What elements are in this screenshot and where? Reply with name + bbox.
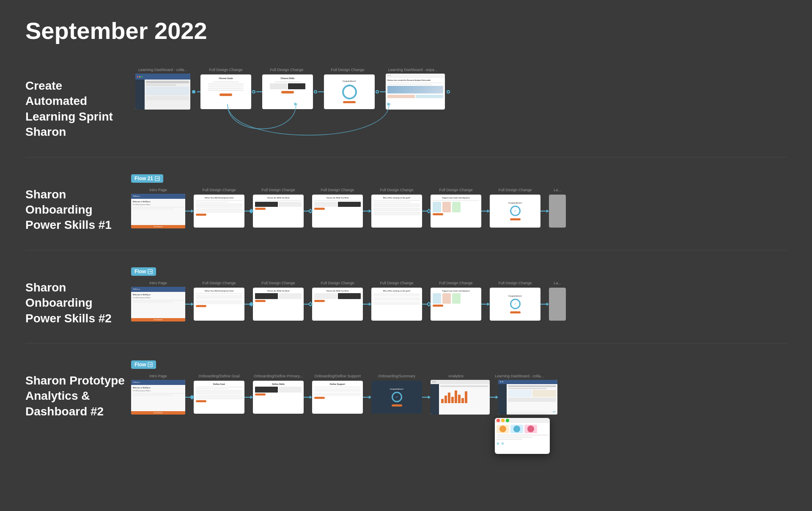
flow-content-2: Flow 21 Intro Page Full Design Change Fu… [127, 170, 812, 228]
frame-define-goal-1[interactable]: Define Your Skill Development Goal [194, 195, 244, 228]
frame-define-support-white[interactable]: Define Support [312, 381, 363, 414]
section-label-3: Sharon OnboardingPower Skills #2 [0, 263, 127, 326]
frame-choose-skills-2b[interactable]: Choose the Skills You Need [312, 288, 363, 321]
frame-dashboard-bottom[interactable]: ⇔ [498, 380, 557, 415]
frame-choose-skills[interactable]: Choose Skills [262, 74, 313, 109]
section-label-4: Sharon PrototypeAnalytics &Dashboard #2 [0, 356, 127, 419]
flow-badge-2[interactable]: Flow [131, 267, 156, 276]
section-label-2: Sharon OnboardingPower Skills #1 [0, 170, 127, 233]
frame-who-working-1[interactable]: Who will be working on this goal? [371, 195, 422, 228]
frame-analytics[interactable] [431, 380, 490, 415]
page-title: September 2022 [0, 0, 812, 57]
frame-choose-goals[interactable]: Choose Goals [200, 74, 251, 109]
frame-overflow-1 [549, 195, 566, 228]
flow-content-1: Learning Dashboard - colla... Full Desig… [127, 61, 812, 113]
frame-choose-skills-2a[interactable]: Choose the Skills You Need [253, 288, 304, 321]
flow-content-3: Flow Intro Page Full Design Change Full … [127, 263, 812, 321]
frame-support-dev-1[interactable]: Support your team's development [431, 195, 481, 228]
frame-define-skills-white[interactable]: Define Skills [253, 381, 304, 414]
frame-choose-skills-dark-1[interactable]: Choose the Skills You Need [253, 195, 304, 228]
flow-content-4: Flow Intro Page Onboarding/Define Goal O… [127, 356, 812, 456]
frame-congrats-1[interactable]: Congratulations! ✓ [490, 195, 540, 228]
page-container: September 2022 Create AutomatedLearning … [0, 0, 812, 460]
frame-support-dev-2[interactable]: Support your team's development [431, 288, 481, 321]
section-prototype: Sharon PrototypeAnalytics &Dashboard #2 … [0, 352, 812, 460]
frame-overflow-2 [549, 288, 566, 321]
section-create-automated: Create AutomatedLearning Sprint Sharon L… [0, 57, 812, 144]
section-label-1: Create AutomatedLearning Sprint Sharon [0, 61, 127, 140]
frame-welcome-2[interactable]: SkillUp.ai Welcome to SkillUp.ai The Ski… [131, 287, 185, 321]
frame-welcome-3[interactable]: SkillUp.ai Welcome to SkillUp.ai The Ski… [131, 380, 185, 415]
frame-congratulations[interactable]: Congratulations! ✓ [324, 74, 375, 109]
popup-container: ⊕ ⊕ [495, 418, 550, 454]
frame-define-goal-white[interactable]: Define Goal [194, 381, 244, 414]
frame-congratulations-dark[interactable]: Congratulations! ✓ [371, 381, 422, 414]
frame-define-goal-2[interactable]: Define Your Skill Development Goal [194, 288, 244, 321]
frame-choose-skills-dark-2[interactable]: Choose the Skills You Need [312, 195, 363, 228]
section-onboarding-1: Sharon OnboardingPower Skills #1 Flow 21… [0, 166, 812, 237]
section-onboarding-2: Sharon OnboardingPower Skills #2 Flow In… [0, 259, 812, 330]
frame-congrats-2[interactable]: Congratulations! ✓ [490, 288, 540, 321]
flow-badge-3[interactable]: Flow [131, 360, 156, 369]
frame-welcome-1[interactable]: SkillUp.ai Welcome to SkillUp.ai The Ski… [131, 194, 185, 228]
frame-who-working-2[interactable]: Who will be working on this goal? [371, 288, 422, 321]
popup-box[interactable]: ⊕ ⊕ [495, 418, 550, 454]
frame-dashboard-1[interactable] [135, 74, 190, 110]
frame-dashboard-expanded[interactable]: Reduce time needed for Research Analyst … [386, 74, 445, 110]
flow-badge-1[interactable]: Flow 21 [131, 174, 163, 183]
